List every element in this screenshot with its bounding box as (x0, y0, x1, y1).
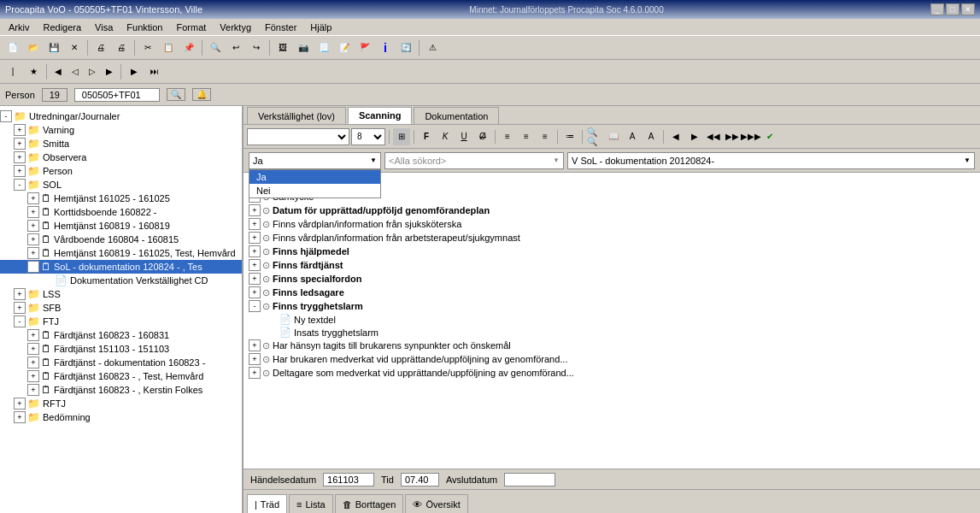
handelsedatum-input[interactable] (323, 473, 374, 486)
dropdown-option-nei[interactable]: Nei (249, 184, 380, 198)
tree-item[interactable]: +🗒Färdtjänst 151103 - 151103 (0, 342, 242, 356)
person-bell-button[interactable]: 🔔 (192, 88, 211, 101)
tree-expand-icon[interactable]: + (27, 329, 39, 341)
minimize-button[interactable]: _ (930, 3, 944, 15)
tree-item[interactable]: -📁Utredningar/Journaler (0, 109, 242, 123)
doc-tree-item[interactable]: +⊙Finns vårdplan/information från arbets… (247, 231, 977, 245)
tree-item[interactable]: 📄Dokumentation Verkställighet CD (0, 274, 242, 287)
tree-item[interactable]: +📁RFTJ (0, 397, 242, 410)
fmt-icon2[interactable]: ▶ (686, 128, 703, 145)
doc-tree-item[interactable]: +⊙Finns vårdplan/information från sjuksk… (247, 217, 977, 231)
tree-expand-icon[interactable]: - (14, 179, 26, 191)
tree-item[interactable]: +🗒Vårdboende 160804 - 160815 (0, 233, 242, 246)
align-right-button[interactable]: ≡ (537, 128, 554, 145)
tree-expand-icon[interactable]: + (14, 398, 26, 410)
nav-prev[interactable]: ◁ (67, 63, 83, 80)
fmt-icon5[interactable]: ▶▶▶ (742, 128, 760, 145)
new-btn[interactable]: 📄 (3, 38, 22, 57)
maximize-button[interactable]: □ (946, 3, 959, 15)
avslutdatum-input[interactable] (504, 473, 555, 486)
img-btn[interactable]: 🖼 (273, 38, 292, 57)
tree-expand-icon[interactable]: + (27, 343, 39, 355)
doc-tree-item[interactable]: +⊙Datum för upprättad/uppföljd genomföra… (247, 203, 977, 217)
tree-item[interactable]: -🗒SoL - dokumentation 120824 - , Tes (0, 260, 242, 274)
doc-tree-item[interactable]: +⊙Finns hjälpmedel (247, 245, 977, 258)
copy-btn[interactable]: 📋 (159, 38, 178, 57)
align-left-button[interactable]: ≡ (499, 128, 516, 145)
info-btn[interactable]: i (376, 38, 395, 57)
menu-redigera[interactable]: Redigera (38, 21, 86, 33)
doc-expand-icon[interactable]: + (249, 367, 261, 379)
tree-expand-icon[interactable]: + (27, 192, 39, 204)
list-button[interactable]: ≔ (561, 128, 578, 145)
paste-btn[interactable]: 📌 (179, 38, 198, 57)
tab-lista[interactable]: ≡ Lista (289, 494, 333, 513)
menu-format[interactable]: Format (172, 21, 212, 33)
redo-btn[interactable]: ↪ (247, 38, 266, 57)
save-btn[interactable]: 💾 (44, 38, 63, 57)
doc-expand-icon[interactable]: + (249, 286, 261, 298)
tree-expand-icon[interactable]: + (14, 124, 26, 136)
tree-expand-icon[interactable]: - (14, 315, 26, 327)
print2-btn[interactable]: 🖨 (112, 38, 131, 57)
doc-expand-icon[interactable]: + (249, 245, 261, 257)
doc-tree-item[interactable]: +⊙Finns ledsagare (247, 286, 977, 299)
tool-1[interactable]: | (3, 62, 22, 81)
tree-item[interactable]: +🗒Färdtjänst 160823 - , Kerstin Folkes (0, 383, 242, 397)
strikethrough-button[interactable]: Ø (474, 128, 491, 145)
doc-expand-icon[interactable]: + (249, 204, 261, 216)
tree-item[interactable]: +📁LSS (0, 287, 242, 301)
end-btn[interactable]: ⏭ (145, 62, 164, 81)
italic-button[interactable]: K (437, 128, 454, 145)
print-btn[interactable]: 🖨 (91, 38, 110, 57)
tree-expand-icon[interactable]: + (27, 357, 39, 369)
tree-item[interactable]: +🗒Hemtjänst 160819 - 160819 (0, 219, 242, 233)
doc-expand-icon[interactable]: + (249, 353, 261, 365)
camera-btn[interactable]: 📷 (294, 38, 313, 57)
cut-btn[interactable]: ✂ (138, 38, 157, 57)
tab-scanning[interactable]: Scanning (348, 107, 413, 124)
refresh-btn[interactable]: 🔄 (396, 38, 415, 57)
search-fmt-button[interactable]: 🔍🔍 (586, 128, 603, 145)
tree-expand-icon[interactable]: + (14, 165, 26, 177)
tree-expand-icon[interactable]: - (27, 261, 39, 273)
tab-dokumentation[interactable]: Dokumentation (414, 107, 499, 124)
doc-expand-icon[interactable]: - (249, 300, 261, 312)
menu-visa[interactable]: Visa (90, 21, 118, 33)
doc-expand-icon[interactable]: + (249, 339, 261, 351)
tree-item[interactable]: +📁SFB (0, 301, 242, 315)
align-center-button[interactable]: ≡ (518, 128, 535, 145)
person-search-button[interactable]: 🔍 (167, 88, 185, 101)
fmt-icon3[interactable]: ◀◀ (705, 128, 722, 145)
fmt-icon4[interactable]: ▶▶ (724, 128, 741, 145)
tree-expand-icon[interactable]: + (14, 302, 26, 314)
menu-arkiv[interactable]: Arkiv (3, 21, 34, 33)
tree-item[interactable]: -📁SOL (0, 178, 242, 192)
spell-button[interactable]: 📖 (605, 128, 622, 145)
flag-btn[interactable]: 🚩 (355, 38, 374, 57)
person-value-input[interactable] (74, 88, 160, 102)
tool-2[interactable]: ★ (24, 62, 43, 81)
nav-next[interactable]: ▷ (85, 63, 100, 80)
doc-expand-icon[interactable]: + (249, 273, 261, 285)
tree-expand-icon[interactable]: - (0, 110, 12, 122)
doc-tree-item[interactable]: +⊙Finns specialfordon (247, 272, 977, 286)
tree-item[interactable]: +📁Bedömning (0, 410, 242, 424)
doc-select[interactable]: V SoL - dokumentation 20120824- ▼ (567, 152, 975, 169)
open-btn[interactable]: 📂 (24, 38, 43, 57)
search-btn[interactable]: 🔍 (206, 38, 225, 57)
menu-funktion[interactable]: Funktion (121, 21, 167, 33)
person-id-input[interactable] (42, 88, 67, 102)
nav-back[interactable]: ◀ (50, 63, 66, 80)
menu-fonster[interactable]: Fönster (260, 21, 302, 33)
underline-button[interactable]: U (455, 128, 472, 145)
bold-button[interactable]: F (418, 128, 435, 145)
tree-item[interactable]: +📁Observera (0, 150, 242, 164)
play-btn[interactable]: ▶ (125, 62, 144, 81)
tree-expand-icon[interactable]: + (27, 370, 39, 382)
tree-expand-icon[interactable]: + (14, 151, 26, 163)
doc-tree-item[interactable]: +⊙Finns färdtjänst (247, 258, 977, 272)
tree-expand-icon[interactable]: + (27, 247, 39, 259)
menu-hjalp[interactable]: Hjälp (305, 21, 337, 33)
tree-item[interactable]: +🗒Färdtjänst 160823 - 160831 (0, 328, 242, 342)
